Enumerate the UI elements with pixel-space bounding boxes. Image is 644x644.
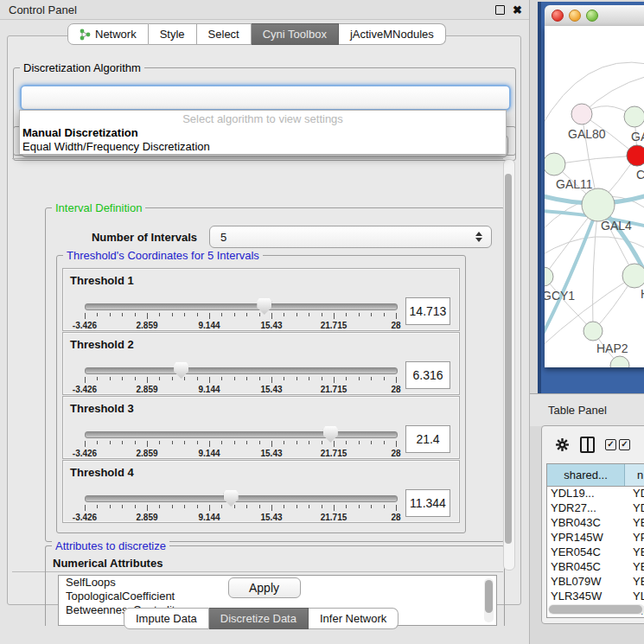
tab-cyni-toolbox[interactable]: Cyni Toolbox: [252, 23, 339, 45]
slider-ticks: [85, 313, 396, 319]
dropdown-option[interactable]: Equal Width/Frequency Discretization: [20, 140, 506, 154]
network-node-GCY1[interactable]: [545, 267, 553, 286]
checkbox-checked-icon: ✓: [619, 439, 630, 450]
num-intervals-value: 5: [210, 231, 475, 244]
table-row[interactable]: YBR045CYBR0: [547, 560, 644, 575]
threshold-slider[interactable]: -3.4262.8599.14415.4321.71528: [85, 300, 396, 326]
tick-label: -3.426: [73, 385, 97, 394]
table-cell: YLR3: [628, 590, 644, 604]
table-cell: YER0: [628, 545, 644, 560]
table-cell: YBL079W: [547, 575, 628, 590]
table-row[interactable]: YDR27...YDR2: [547, 501, 644, 516]
panel-title: Control Panel: [9, 3, 494, 16]
tab-jactivemnodules[interactable]: jActiveMNodules: [339, 23, 446, 45]
threshold-slider[interactable]: -3.4262.8599.14415.4321.71528: [85, 492, 396, 518]
threshold-value-field[interactable]: 11.344: [405, 489, 450, 517]
network-node-GAL4[interactable]: [582, 188, 615, 221]
tick-label: 28: [391, 513, 400, 522]
network-node-GAL11[interactable]: [545, 153, 565, 175]
table-panel-body: ✓ ✓ shared... n YDL19...YDL1YDR27...YDR2…: [541, 425, 644, 624]
close-traffic-light-icon[interactable]: [552, 10, 564, 22]
tab-infer-network[interactable]: Infer Network: [309, 608, 399, 629]
threshold-value-field[interactable]: 6.316: [405, 361, 450, 389]
dropdown-option[interactable]: Manual Discretization: [20, 126, 506, 140]
network-window-titlebar: [545, 5, 644, 27]
network-node-red-selected-node[interactable]: [627, 145, 644, 166]
right-panel: GAL80GACGAL11GAL4GCY1HHAP2 Table Panel: [530, 0, 644, 644]
column-visibility-icons[interactable]: ✓ ✓: [605, 439, 630, 450]
close-button[interactable]: ✖: [512, 4, 523, 16]
network-edge[interactable]: [593, 205, 598, 331]
slider-ticks: [85, 377, 396, 383]
network-canvas[interactable]: GAL80GACGAL11GAL4GCY1HHAP2: [545, 26, 644, 367]
network-node-H-partial-right[interactable]: [622, 264, 644, 288]
tick-label: 9.144: [198, 385, 220, 394]
minimize-traffic-light-icon[interactable]: [569, 10, 581, 22]
tick-label: 2.859: [136, 321, 157, 330]
network-node-label: C: [636, 168, 644, 182]
tab-impute-data[interactable]: Impute Data: [124, 608, 209, 629]
network-edge[interactable]: [554, 156, 637, 164]
float-button[interactable]: [494, 4, 506, 16]
slider-tick-labels: -3.4262.8599.14415.4321.71528: [85, 385, 396, 395]
slider-track[interactable]: [85, 303, 398, 310]
threshold-value-field[interactable]: 21.4: [405, 425, 450, 453]
spinner-arrows-icon: [475, 232, 482, 242]
tab-style[interactable]: Style: [149, 23, 197, 45]
table-cell: YDR27...: [547, 501, 628, 516]
table-cell: YLR345W: [547, 590, 628, 604]
tab-label: Discretize Data: [220, 612, 296, 625]
node-table[interactable]: shared... n YDL19...YDL1YDR27...YDR2YBR0…: [546, 463, 644, 618]
tab-discretize-data[interactable]: Discretize Data: [209, 608, 309, 629]
apply-strip: Apply: [8, 571, 520, 603]
column-header-shared-name[interactable]: shared...: [547, 464, 625, 486]
table-row[interactable]: YER054CYER0: [547, 545, 644, 560]
tab-label: Select: [208, 28, 239, 41]
threshold-label: Threshold 4: [70, 466, 134, 479]
tick-label: 2.859: [136, 449, 157, 458]
table-cell: YBR045C: [547, 560, 628, 575]
threshold-value-field[interactable]: 14.713: [405, 297, 450, 325]
column-header-name[interactable]: n: [625, 464, 644, 486]
table-row[interactable]: YPR145WYPR1: [547, 531, 644, 545]
table-cell: YBR0: [628, 516, 644, 531]
threshold-slider[interactable]: -3.4262.8599.14415.4321.71528: [85, 364, 396, 390]
tab-select[interactable]: Select: [197, 23, 252, 45]
tick-label: 9.144: [198, 513, 220, 522]
network-icon: [80, 29, 91, 41]
slider-track[interactable]: [85, 367, 398, 374]
attributes-group-label: Attributes to discretize: [52, 539, 169, 552]
tick-label: 15.43: [260, 385, 282, 394]
table-row[interactable]: YBL079WYBL0: [547, 575, 644, 590]
table-cell: YBL0: [628, 575, 644, 590]
tab-label: jActiveMNodules: [350, 28, 434, 41]
table-row[interactable]: YBR043CYBR0: [547, 516, 644, 531]
settings-vertical-scrollbar[interactable]: [503, 159, 515, 571]
thresholds-group-label: Threshold's Coordinates for 5 Intervals: [63, 249, 263, 262]
tick-label: -3.426: [73, 513, 97, 522]
threshold-slider[interactable]: -3.4262.8599.14415.4321.71528: [85, 428, 396, 454]
network-window[interactable]: GAL80GACGAL11GAL4GCY1HHAP2: [538, 2, 644, 393]
tick-label: 9.144: [198, 321, 220, 330]
table-row[interactable]: YLR345WYLR3: [547, 590, 644, 604]
algorithm-combobox[interactable]: [20, 85, 511, 111]
apply-button[interactable]: Apply: [228, 577, 301, 598]
discretization-panel: Discretization Algorithm Select algorith…: [7, 35, 521, 605]
split-view-icon[interactable]: [580, 437, 595, 452]
gear-icon[interactable]: [555, 437, 570, 452]
threshold-panel: Threshold 4-3.4262.8599.14415.4321.71528…: [62, 460, 460, 523]
num-intervals-spinner[interactable]: 5: [209, 226, 492, 248]
table-horizontal-scrollbar[interactable]: [548, 604, 644, 615]
table-row[interactable]: YDL19...YDL1: [547, 487, 644, 501]
slider-track[interactable]: [85, 431, 398, 438]
slider-track[interactable]: [85, 495, 398, 502]
tab-network[interactable]: Network: [67, 23, 149, 45]
table-toolbar: ✓ ✓: [542, 426, 644, 462]
network-node-GAL-partial-topright[interactable]: [624, 106, 644, 127]
table-cell: YBR043C: [547, 516, 628, 531]
thresholds-group: Threshold's Coordinates for 5 Intervals …: [56, 255, 466, 533]
zoom-traffic-light-icon[interactable]: [586, 10, 598, 22]
network-node-GAL80[interactable]: [571, 104, 592, 124]
network-graph: GAL80GACGAL11GAL4GCY1HHAP2: [545, 26, 644, 367]
network-node-HAP2[interactable]: [583, 322, 603, 341]
